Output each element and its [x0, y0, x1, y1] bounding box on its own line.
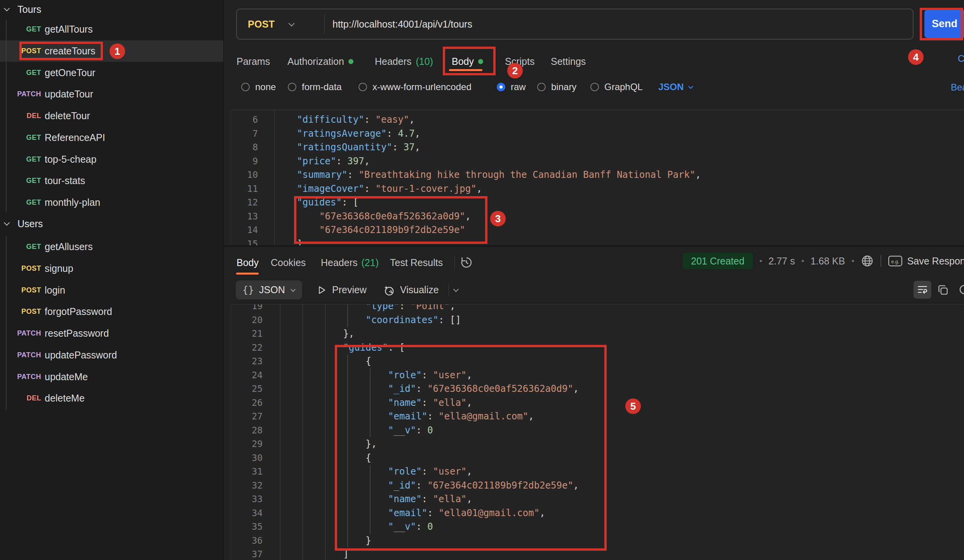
send-button[interactable]: Send — [924, 10, 964, 38]
sidebar-item-resetPassword[interactable]: PATCHresetPassword — [0, 323, 223, 344]
token-k: "_id" — [388, 480, 416, 491]
code-text: "ratingsQuantity": 37, — [275, 141, 421, 155]
copy-button[interactable] — [936, 283, 950, 297]
response-tab-body[interactable]: Body — [237, 252, 259, 273]
code-line-32: 32"_id": "67e364c021189b9f2db2e59e", — [231, 479, 964, 493]
raw-type-select[interactable]: JSON — [658, 77, 693, 97]
sidebar-section-tours[interactable]: Tours — [0, 0, 223, 19]
token-p: , — [477, 183, 482, 194]
chevron-down-icon — [4, 220, 10, 226]
code-text: "type": "Point", — [276, 304, 455, 313]
request-name: updatePassword — [45, 350, 117, 361]
response-tab-cookies[interactable]: Cookies — [271, 252, 306, 273]
request-body-editor[interactable]: 6"difficulty": "easy",7"ratingsAverage":… — [230, 110, 964, 245]
sidebar-section-users[interactable]: Users — [0, 214, 223, 233]
chevron-down-icon — [688, 84, 693, 89]
token-k: "guides" — [343, 342, 388, 353]
code-line-25: 25"_id": "67e36368c0e0af526362a0d9", — [231, 382, 964, 396]
token-p: }, — [365, 438, 377, 449]
sidebar-item-getOneTour[interactable]: GETgetOneTour — [0, 62, 223, 83]
line-number: 26 — [231, 396, 263, 410]
code-line-20: 20"coordinates": [] — [231, 313, 964, 327]
token-s: "ella01@gmail.com" — [438, 508, 539, 518]
response-format-dropdown[interactable]: {} JSON — [236, 280, 302, 299]
tab-headers[interactable]: Headers(10) — [375, 52, 433, 71]
sidebar-item-createTours[interactable]: POSTcreateTours — [0, 40, 223, 62]
response-history-button[interactable] — [459, 256, 474, 270]
sidebar-item-deleteTour[interactable]: DELdeleteTour — [0, 105, 223, 127]
code-line-24: 24"role": "user", — [231, 369, 964, 383]
tab-body[interactable]: Body — [452, 52, 483, 71]
tab-authorization[interactable]: Authorization — [287, 52, 353, 71]
code-text: { — [276, 355, 371, 369]
code-text: } — [276, 534, 371, 548]
divider — [324, 14, 325, 34]
token-s: "user" — [433, 466, 467, 477]
code-line-27: 27"email": "ella@gmail.com", — [231, 410, 964, 424]
tab-settings[interactable]: Settings — [551, 52, 586, 71]
preview-label: Preview — [332, 284, 367, 296]
line-number: 29 — [231, 437, 263, 451]
body-mode-x-www-form-urlencoded[interactable]: x-www-form-urlencoded — [358, 77, 472, 97]
sidebar-item-updateTour[interactable]: PATCHupdateTour — [0, 83, 223, 105]
tab-params[interactable]: Params — [237, 52, 270, 71]
token-k: "email" — [388, 411, 427, 422]
body-mode-form-data[interactable]: form-data — [288, 77, 342, 97]
token-p: : — [364, 183, 376, 194]
body-mode-raw[interactable]: raw — [497, 77, 526, 97]
network-globe-icon[interactable] — [861, 254, 874, 268]
cookies-link[interactable]: Cookies — [958, 53, 964, 64]
sidebar-item-monthly-plan[interactable]: GETmonthly-plan — [0, 192, 223, 214]
sidebar-item-tour-stats[interactable]: GETtour-stats — [0, 170, 223, 192]
code-text: "__v": 0 — [276, 424, 433, 438]
method-select[interactable]: POST — [237, 19, 324, 30]
url-input[interactable]: http://localhost:4001/api/v1/tours — [332, 19, 472, 30]
sidebar-item-updateMe[interactable]: PATCHupdateMe — [0, 366, 223, 388]
sidebar-item-deleteMe[interactable]: DELdeleteMe — [0, 388, 223, 409]
section-label: Tours — [17, 4, 41, 15]
tab-label: Headers — [321, 257, 358, 268]
tree-line-users — [6, 236, 7, 410]
code-line-36: 36} — [231, 534, 964, 548]
beautify-link[interactable]: Beautify — [951, 82, 964, 93]
history-icon — [459, 256, 473, 270]
save-response-button[interactable]: e.g. Save Response — [888, 255, 964, 267]
body-mode-binary[interactable]: binary — [537, 77, 576, 97]
body-mode-none[interactable]: none — [241, 77, 276, 97]
code-line-10: 10"summary": "Breathtaking hike through … — [231, 168, 964, 182]
request-name: updateTour — [45, 89, 93, 100]
mode-label: raw — [511, 82, 526, 92]
sidebar-item-login[interactable]: POSTlogin — [0, 279, 223, 301]
method-label: POST — [248, 19, 275, 30]
tab-scripts[interactable]: Scripts — [505, 52, 534, 71]
token-p: , — [465, 211, 471, 222]
search-button[interactable] — [957, 283, 964, 297]
line-number: 14 — [231, 223, 258, 237]
token-p: : — [416, 425, 427, 436]
sidebar-item-top-5-cheap[interactable]: GETtop-5-cheap — [0, 148, 223, 170]
visualize-button[interactable]: Visualize — [383, 280, 439, 299]
response-tab-headers[interactable]: Headers(21) — [321, 252, 379, 273]
response-tab-test-results[interactable]: Test Results — [390, 252, 443, 273]
preview-button[interactable]: Preview — [316, 280, 367, 299]
response-body-viewer[interactable]: 19"type": "Point",20"coordinates": []21}… — [230, 304, 964, 560]
sidebar-item-ReferenceAPI[interactable]: GETReferenceAPI — [0, 127, 223, 149]
sidebar-item-forgotPassword[interactable]: POSTforgotPassword — [0, 301, 223, 323]
sidebar-item-getAllusers[interactable]: GETgetAllusers — [0, 236, 223, 258]
pane-divider[interactable] — [224, 245, 964, 247]
visualize-dropdown-chevron[interactable] — [454, 280, 458, 299]
token-k: "price" — [297, 156, 336, 167]
line-number: 35 — [231, 520, 263, 534]
sidebar-item-signup[interactable]: POSTsignup — [0, 258, 223, 280]
line-number: 7 — [231, 127, 258, 141]
token-s: "user" — [433, 370, 467, 381]
sidebar-item-getAllTours[interactable]: GETgetAllTours — [0, 19, 223, 40]
wrap-text-button[interactable] — [914, 281, 931, 299]
token-p: : [ — [342, 197, 358, 208]
token-p: , — [528, 411, 534, 422]
body-mode-GraphQL[interactable]: GraphQL — [590, 77, 643, 97]
sidebar-item-updatePassword[interactable]: PATCHupdatePassword — [0, 344, 223, 366]
line-number: 23 — [231, 355, 263, 369]
code-line-7: 7"ratingsAverage": 4.7, — [231, 127, 964, 141]
mode-label: none — [255, 82, 276, 92]
